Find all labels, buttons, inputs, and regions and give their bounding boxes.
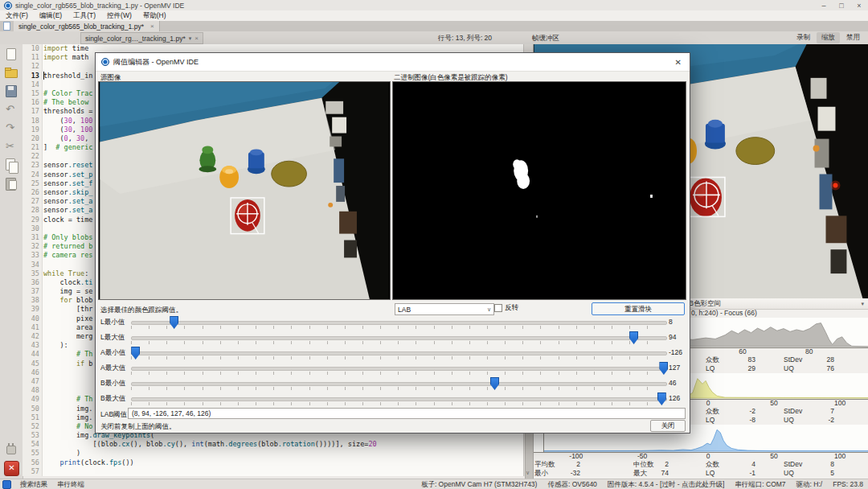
connect-button[interactable] <box>3 442 19 458</box>
tab-label: single_color_rgb565_blob_tracking_1.py* <box>18 23 144 31</box>
left-toolbar: ↶↷✂ ✕ <box>0 44 23 479</box>
window-title: single_color_rgb565_blob_tracking_1.py -… <box>15 2 184 10</box>
status-field-3: 串行端口: COM7 <box>735 480 785 489</box>
save-file-icon[interactable] <box>3 84 19 100</box>
code-line-56: 56 print(clock.fps()) <box>23 458 523 467</box>
title-bar: single_color_rgb565_blob_tracking_1.py -… <box>0 0 868 10</box>
slider-track[interactable] <box>131 336 667 340</box>
new-file-icon[interactable] <box>3 47 19 63</box>
menu-item-4[interactable]: 帮助(H) <box>137 11 172 21</box>
scroll-down-icon[interactable]: ∨ <box>526 470 530 476</box>
tab-bar: single_color_rgb565_blob_tracking_1.py* … <box>0 21 868 31</box>
colorspace-select[interactable]: LAB ∨ <box>395 303 494 315</box>
status-field-5: FPS: 23.8 <box>833 480 863 489</box>
stat-label: StDev <box>784 407 802 415</box>
cut-icon[interactable]: ✂ <box>3 139 19 155</box>
source-camera-image <box>99 82 390 299</box>
chevron-down-icon: ∨ <box>487 306 491 313</box>
axis-tick: -100 <box>560 452 592 460</box>
stat-value: -8 <box>736 416 755 424</box>
source-image[interactable] <box>98 81 391 300</box>
stat-label: UQ <box>784 469 794 477</box>
status-field-1: 传感器: OV5640 <box>547 480 596 489</box>
dialog-close-icon[interactable]: ✕ <box>667 58 690 67</box>
fb-button-1[interactable]: 缩放 <box>817 32 840 43</box>
slider-track[interactable] <box>131 321 667 325</box>
lab-threshold-input[interactable]: (8, 94, -126, 127, 46, 126) <box>128 408 686 419</box>
dialog-close-button[interactable]: 关闭 <box>650 420 686 432</box>
status-field-2[interactable]: 固件版本: 4.5.4 - [过时 - 点击此处升级] <box>608 480 724 489</box>
axis-tick: 80 <box>793 347 825 355</box>
slider-label: B最小值 <box>100 379 125 388</box>
menu-item-1[interactable]: 编辑(E) <box>34 11 68 21</box>
dialog-title-bar[interactable]: 阈值编辑器 - OpenMV IDE ✕ <box>96 53 690 72</box>
slider-track[interactable] <box>131 382 667 386</box>
binary-image <box>392 81 686 300</box>
invert-checkbox[interactable]: 反转 <box>494 303 518 313</box>
stat-label: LQ <box>706 416 714 424</box>
maximize-button[interactable]: □ <box>833 2 850 10</box>
stat-label: StDev <box>784 460 802 468</box>
slider-track[interactable] <box>131 397 667 401</box>
stat-label: 最大 <box>633 469 647 479</box>
menu-item-3[interactable]: 控件(W) <box>101 11 137 21</box>
code-line-57: 57 <box>23 467 523 476</box>
stat-value: -2 <box>736 407 755 415</box>
minimize-button[interactable]: – <box>815 2 833 10</box>
slider-label: A最小值 <box>100 348 125 358</box>
slider-track[interactable] <box>131 367 667 371</box>
document-close-icon[interactable]: × <box>194 35 199 42</box>
document-selector-label: single_color_rg…_tracking_1.py* <box>85 35 186 43</box>
dialog-title: 阈值编辑器 - OpenMV IDE <box>113 57 199 68</box>
slider-value: 8 <box>669 318 673 326</box>
stat-value: 29 <box>736 364 755 372</box>
stat-value: -1 <box>736 469 755 477</box>
line-col-indicator: 行号: 13, 列号: 20 <box>438 34 492 43</box>
stat-value: 2 <box>566 460 580 468</box>
open-file-icon[interactable] <box>3 65 19 81</box>
slider-value: 127 <box>669 364 680 372</box>
stat-value: 28 <box>815 355 834 364</box>
stop-script-button[interactable]: ✕ <box>4 461 19 476</box>
frame-buffer-buttons: 录制缩放禁用 <box>790 32 865 43</box>
axis-tick: 60 <box>727 347 759 355</box>
paste-icon[interactable] <box>3 176 19 192</box>
axis-tick: 50 <box>758 399 790 407</box>
stat-value: 5 <box>815 469 834 477</box>
menu-item-2[interactable]: 工具(T) <box>68 11 101 21</box>
undo-icon[interactable]: ↶ <box>3 102 19 118</box>
copy-icon[interactable] <box>3 158 19 174</box>
editor-toolbar: single_color_rg…_tracking_1.py* ▾ × 行号: … <box>0 31 868 45</box>
fb-button-2[interactable]: 禁用 <box>841 32 865 43</box>
tab-open-file[interactable]: single_color_rgb565_blob_tracking_1.py* … <box>14 21 160 31</box>
status-tab-1[interactable]: 串行终端 <box>52 480 89 488</box>
tab-close-icon[interactable]: × <box>150 23 154 30</box>
fb-button-0[interactable]: 录制 <box>792 32 815 43</box>
chevron-down-icon: ▾ <box>861 298 864 309</box>
code-line-54: 54 [(blob.cx(), blob.cy(), int(math.degr… <box>23 440 523 449</box>
stat-value: 2 <box>654 460 669 468</box>
checkbox-icon[interactable] <box>494 304 502 312</box>
redo-icon[interactable]: ↷ <box>3 121 19 137</box>
document-selector[interactable]: single_color_rg…_tracking_1.py* ▾ × <box>80 32 203 44</box>
menu-bar: 文件(F)编辑(E)工具(T)控件(W)帮助(H) <box>0 10 868 22</box>
threshold-hint: 选择最佳的颜色跟踪阈值。 <box>100 306 182 315</box>
openmv-logo-icon <box>4 2 12 10</box>
slider-track[interactable] <box>131 351 667 355</box>
slider-row-B最小值: B最小值46 <box>96 376 690 392</box>
axis-tick: 0 <box>692 452 724 460</box>
stat-value: 74 <box>654 469 669 477</box>
close-button[interactable]: × <box>850 2 868 10</box>
menu-item-0[interactable]: 文件(F) <box>0 11 34 21</box>
status-field-4: 驱动: H:/ <box>796 480 823 489</box>
slider-value: 126 <box>669 394 680 402</box>
slider-label: B最大值 <box>100 394 125 404</box>
slider-label: A最大值 <box>100 364 125 373</box>
reset-sliders-button[interactable]: 重置滑块 <box>592 302 685 315</box>
invert-label: 反转 <box>505 303 518 313</box>
status-tab-0[interactable]: 搜索结果 <box>15 480 52 488</box>
stat-label: UQ <box>784 416 794 424</box>
status-bar: 搜索结果串行终端 板子: OpenMV Cam H7 (STM32H743)传感… <box>0 479 868 489</box>
openmv-ide-window: single_color_rgb565_blob_tracking_1.py -… <box>0 0 868 489</box>
binary-threshold-image <box>393 82 686 299</box>
